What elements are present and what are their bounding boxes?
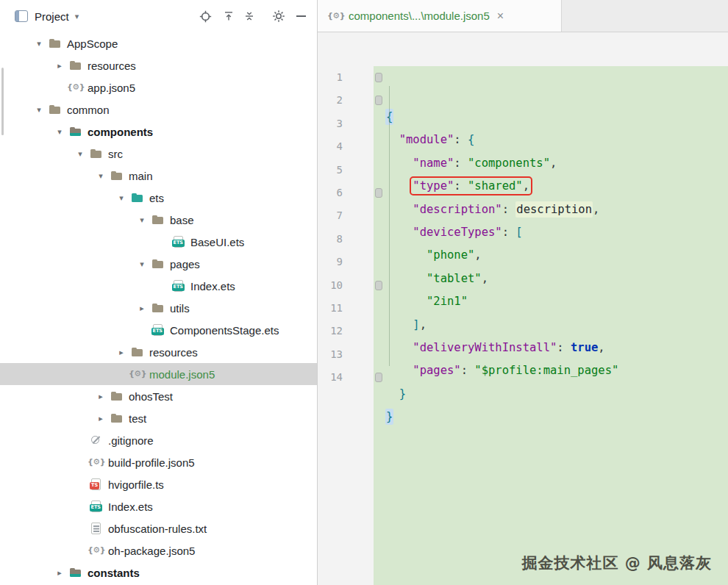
tree-item-pages[interactable]: ▾pages bbox=[0, 253, 317, 275]
chevron-down-icon[interactable]: ▾ bbox=[75, 12, 79, 21]
tree-item-main[interactable]: ▾main bbox=[0, 165, 317, 187]
tree-item-components[interactable]: ▾components bbox=[0, 121, 317, 143]
line-number: 11 bbox=[318, 297, 374, 320]
code-token-str: "2in1" bbox=[427, 295, 468, 308]
chevron-down-icon[interactable]: ▾ bbox=[29, 105, 49, 115]
line-number: 13 bbox=[318, 343, 374, 366]
chevron-down-icon[interactable]: ▾ bbox=[132, 259, 151, 269]
code-line: "pages": "$profile:main_pages" bbox=[385, 359, 728, 382]
chevron-right-icon[interactable]: ▸ bbox=[112, 348, 131, 357]
tree-item-app-json5[interactable]: app.json5 bbox=[0, 76, 317, 98]
folder-icon bbox=[49, 37, 62, 49]
tree-item-index-ets[interactable]: Index.ets bbox=[0, 495, 317, 517]
fold-marker-icon[interactable] bbox=[375, 373, 382, 382]
tree-item-obfuscation-rules-txt[interactable]: obfuscation-rules.txt bbox=[0, 517, 317, 539]
tree-item-label: utils bbox=[170, 302, 190, 315]
tree-item-common[interactable]: ▾common bbox=[0, 98, 317, 121]
chevron-down-icon[interactable]: ▾ bbox=[132, 215, 151, 225]
tree-item-build-profile-json5[interactable]: build-profile.json5 bbox=[0, 451, 317, 473]
folder-icon bbox=[110, 390, 124, 402]
tree-item-base[interactable]: ▾base bbox=[0, 209, 317, 231]
code-line: "tablet", bbox=[385, 268, 728, 290]
hide-panel-icon[interactable] bbox=[293, 9, 308, 24]
code-token-brace: [ bbox=[515, 226, 522, 239]
line-number: 7 bbox=[318, 204, 374, 227]
code-token: : bbox=[461, 364, 475, 377]
tree-item-module-json5[interactable]: module.json5 bbox=[0, 363, 317, 385]
tree-item-label: resources bbox=[88, 60, 136, 72]
panel-title[interactable]: Project bbox=[35, 10, 69, 23]
chevron-right-icon[interactable]: ▸ bbox=[91, 414, 110, 423]
collapse-all-icon[interactable] bbox=[242, 9, 257, 24]
gear-icon[interactable] bbox=[271, 9, 286, 24]
chevron-down-icon[interactable]: ▾ bbox=[29, 39, 49, 49]
code-line: "module": { bbox=[385, 129, 728, 151]
code-token bbox=[385, 248, 427, 262]
close-icon[interactable]: × bbox=[497, 10, 504, 23]
tab-module-json5[interactable]: components\...\module.json5 × bbox=[318, 0, 562, 32]
json5-file-icon bbox=[90, 545, 103, 556]
tree-item-label: src bbox=[108, 148, 123, 160]
tree-item-label: ets bbox=[149, 192, 164, 204]
code-token-brhl: } bbox=[385, 409, 393, 425]
tree-item-label: app.json5 bbox=[88, 82, 135, 94]
chevron-down-icon[interactable]: ▾ bbox=[112, 193, 131, 203]
tab-title: components\...\module.json5 bbox=[349, 10, 490, 22]
tree-item-oh-package-json5[interactable]: oh-package.json5 bbox=[0, 539, 317, 561]
code-token: , bbox=[593, 203, 599, 216]
chevron-right-icon[interactable]: ▸ bbox=[91, 392, 110, 401]
code-line: "deviceTypes": [ bbox=[385, 221, 728, 244]
chevron-down-icon[interactable]: ▾ bbox=[50, 127, 69, 137]
locate-file-icon[interactable] bbox=[198, 9, 213, 24]
code-editor[interactable]: { "module": { "name": "components", "typ… bbox=[374, 66, 728, 585]
tree-item-ets[interactable]: ▾ets bbox=[0, 187, 317, 209]
tree-item-utils[interactable]: ▸utils bbox=[0, 297, 317, 319]
tree-item-label: build-profile.json5 bbox=[108, 456, 195, 469]
chevron-right-icon[interactable]: ▸ bbox=[50, 568, 69, 578]
code-line: { bbox=[385, 106, 728, 129]
ets-file-icon bbox=[90, 500, 103, 512]
chevron-down-icon[interactable]: ▾ bbox=[91, 171, 110, 181]
tree-item-gitignore[interactable]: .gitignore bbox=[0, 429, 317, 451]
tree-item-constants[interactable]: ▸constants bbox=[0, 561, 317, 584]
fold-marker-icon[interactable] bbox=[375, 96, 382, 105]
tree-item-componentsstage-ets[interactable]: ComponentsStage.ets bbox=[0, 319, 317, 341]
folder-icon bbox=[151, 214, 165, 226]
code-token: : bbox=[454, 133, 468, 146]
tree-item-index-ets[interactable]: Index.ets bbox=[0, 275, 317, 297]
tree-item-label: common bbox=[67, 104, 110, 116]
tree-item-baseui-ets[interactable]: BaseUI.ets bbox=[0, 231, 317, 253]
chevron-right-icon[interactable]: ▸ bbox=[132, 304, 151, 313]
code-token: , bbox=[482, 272, 488, 285]
tree-item-label: hvigorfile.ts bbox=[108, 478, 164, 491]
ets-folder-icon bbox=[131, 192, 144, 204]
chevron-down-icon[interactable]: ▾ bbox=[71, 149, 90, 159]
code-token: : bbox=[557, 341, 571, 354]
fold-marker-icon[interactable] bbox=[375, 188, 382, 198]
json5-file-icon bbox=[131, 368, 144, 380]
tree-item-resources[interactable]: ▸resources bbox=[0, 54, 317, 76]
tree-item-appscope[interactable]: ▾AppScope bbox=[0, 32, 317, 54]
tree-scrollbar[interactable] bbox=[1, 68, 4, 135]
tree-item-label: ohosTest bbox=[129, 390, 173, 403]
tree-item-resources[interactable]: ▸resources bbox=[0, 341, 317, 363]
fold-marker-icon[interactable] bbox=[375, 73, 382, 82]
line-number: 3 bbox=[318, 112, 374, 135]
folder-icon bbox=[151, 302, 165, 314]
tree-item-hvigorfile-ts[interactable]: hvigorfile.ts bbox=[0, 473, 317, 495]
line-number: 9 bbox=[318, 251, 374, 273]
fold-marker-icon[interactable] bbox=[375, 281, 382, 290]
expand-selection-icon[interactable] bbox=[221, 9, 236, 24]
code-token-key: "name" bbox=[413, 157, 454, 170]
chevron-right-icon[interactable]: ▸ bbox=[50, 61, 69, 71]
tree-item-src[interactable]: ▾src bbox=[0, 143, 317, 165]
code-token bbox=[385, 272, 427, 285]
code-line: ], bbox=[385, 314, 728, 337]
tree-item-test[interactable]: ▸test bbox=[0, 407, 317, 429]
folder-icon bbox=[131, 346, 144, 358]
tree-item-ohostest[interactable]: ▸ohosTest bbox=[0, 385, 317, 407]
project-panel-header: Project ▾ bbox=[0, 0, 317, 32]
editor-toolbar-strip bbox=[318, 32, 728, 66]
code-token-key: "type" bbox=[413, 179, 454, 193]
tree-item-label: AppScope bbox=[67, 37, 118, 50]
